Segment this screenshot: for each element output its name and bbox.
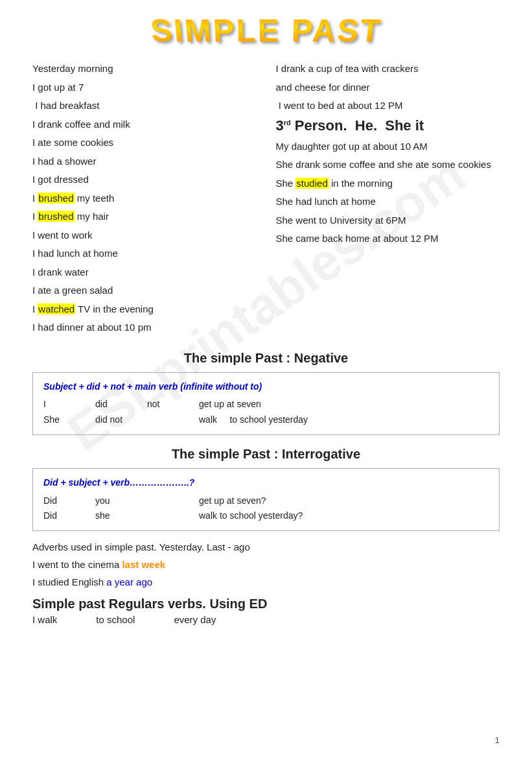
- left-column: Yesterday morning I got up at 7 I had br…: [32, 62, 257, 339]
- list-item: I brushed my teeth: [32, 191, 257, 206]
- interrogative-row-1: Did you get up at seven?: [43, 493, 489, 509]
- negative-heading: The simple Past : Negative: [32, 351, 500, 366]
- list-item: I got up at 7: [32, 80, 257, 95]
- interrogative-heading: The simple Past : Interrogative: [32, 447, 500, 462]
- page-title: SIMPLE PAST: [148, 12, 384, 49]
- third-person-item: She studied in the morning: [276, 176, 500, 191]
- right-intro-3: I went to bed at about 12 PM: [276, 99, 500, 113]
- walk-col-2: to school: [96, 614, 135, 625]
- third-person-item: My daughter got up at about 10 AM: [276, 139, 500, 154]
- adverbs-line1: Adverbs used in simple past. Yesterday. …: [32, 541, 500, 552]
- list-item: I drank coffee and milk: [32, 117, 257, 132]
- right-intro-2: and cheese for dinner: [276, 80, 500, 95]
- list-item: I had dinner at about 10 pm: [32, 320, 257, 335]
- interrogative-row-2: Did she walk to school yesterday?: [43, 508, 489, 524]
- third-person-item: She went to University at 6PM: [276, 213, 500, 228]
- third-person-item: She drank some coffee and she ate some c…: [276, 158, 500, 172]
- page-number: 1: [495, 735, 500, 745]
- negative-box: Subject + did + not + main verb (infinit…: [32, 372, 500, 435]
- list-item: I had a shower: [32, 154, 257, 169]
- list-item: I drank water: [32, 265, 257, 280]
- right-intro-1: I drank a cup of tea with crackers: [276, 62, 500, 77]
- right-column: I drank a cup of tea with crackers and c…: [276, 62, 500, 339]
- adverbs-line3: I studied English a year ago: [32, 576, 500, 587]
- list-item: I got dressed: [32, 172, 257, 187]
- adverb-highlight-1: last week: [122, 559, 165, 570]
- walk-col-3: every day: [174, 614, 216, 625]
- list-item: I ate some cookies: [32, 136, 257, 150]
- list-item: I had breakfast: [32, 99, 257, 113]
- third-person-heading: 3rd Person. He. She it: [276, 117, 500, 134]
- third-person-item: She had lunch at home: [276, 195, 500, 209]
- intro-line: Yesterday morning: [32, 62, 257, 77]
- regulars-heading: Simple past Regulars verbs. Using ED: [32, 597, 500, 611]
- interrogative-box: Did + subject + verb………………..? Did you ge…: [32, 468, 500, 531]
- list-item: I had lunch at home: [32, 246, 257, 261]
- regulars-section: Simple past Regulars verbs. Using ED I w…: [32, 597, 500, 625]
- adverbs-line2: I went to the cinema last week: [32, 559, 500, 570]
- interrogative-formula: Did + subject + verb………………..?: [43, 475, 489, 491]
- list-item: I watched TV in the evening: [32, 302, 257, 317]
- walk-col-1: I walk: [32, 614, 57, 625]
- list-item: I ate a green salad: [32, 283, 257, 298]
- negative-row-1: I did not get up at seven: [43, 397, 489, 412]
- adverb-highlight-2: a year ago: [106, 576, 152, 587]
- walk-row: I walk to school every day: [32, 614, 500, 625]
- negative-row-2: She did not walk to school yesterday: [43, 412, 489, 428]
- negative-formula: Subject + did + not + main verb (infinit…: [43, 379, 489, 395]
- list-item: I went to work: [32, 228, 257, 243]
- list-item: I brushed my hair: [32, 209, 257, 224]
- third-person-item: She came back home at about 12 PM: [276, 231, 500, 246]
